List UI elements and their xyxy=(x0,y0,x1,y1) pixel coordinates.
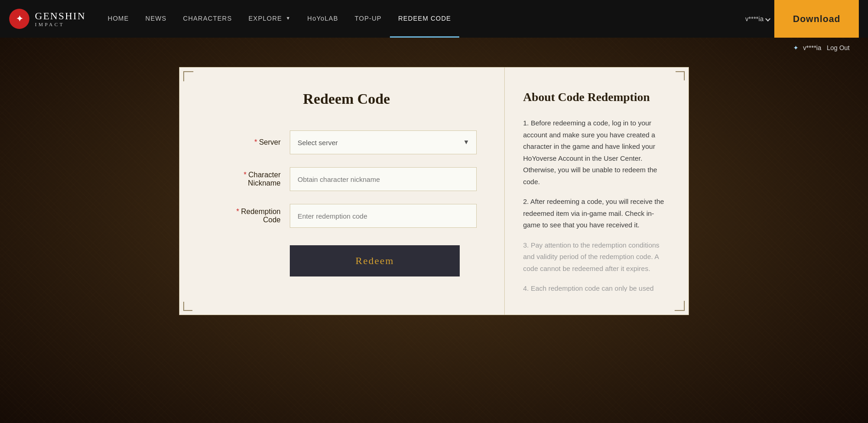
navbar: ✦ Genshin IMPACT HOME NEWS CHARACTERS EX… xyxy=(0,0,868,38)
server-select-wrapper: Select server America Europe Asia TW/HK/… xyxy=(290,130,477,154)
nav-home[interactable]: HOME xyxy=(100,0,137,38)
info-title: About Code Redemption xyxy=(523,90,672,104)
info-paragraph-1: 1. Before redeeming a code, log in to yo… xyxy=(523,117,669,187)
nav-news[interactable]: NEWS xyxy=(137,0,175,38)
user-logout-bar: ✦ v****ia Log Out xyxy=(0,38,868,58)
character-required-star: * xyxy=(244,171,247,179)
character-nickname-row: *CharacterNickname xyxy=(216,167,477,191)
user-name-display: v****ia xyxy=(745,15,764,23)
redeem-button[interactable]: Redeem xyxy=(290,245,460,276)
sparkle-icon: ✦ xyxy=(793,44,799,51)
character-nickname-input[interactable] xyxy=(290,167,477,191)
download-button[interactable]: Download xyxy=(774,0,859,38)
redemption-required-star: * xyxy=(236,208,239,215)
logo-icon: ✦ xyxy=(9,9,29,29)
redemption-code-input[interactable] xyxy=(290,204,477,228)
server-select[interactable]: Select server America Europe Asia TW/HK/… xyxy=(290,130,477,154)
server-required-star: * xyxy=(254,138,257,146)
user-menu-chevron-icon xyxy=(766,16,771,21)
redemption-code-label: *RedemptionCode xyxy=(216,208,281,224)
info-paragraph-2: 2. After redeeming a code, you will rece… xyxy=(523,196,669,231)
logo-area[interactable]: ✦ Genshin IMPACT xyxy=(9,9,86,29)
nav-redeem-code[interactable]: REDEEM CODE xyxy=(390,0,459,38)
corner-decoration-tr xyxy=(676,71,685,80)
nav-right: v****ia Download xyxy=(745,0,859,38)
explore-dropdown-icon: ▼ xyxy=(286,16,291,21)
form-title: Redeem Code xyxy=(216,90,477,107)
redeem-panel: Redeem Code *Server Select server Americ… xyxy=(179,67,689,315)
server-row: *Server Select server America Europe Asi… xyxy=(216,130,477,154)
logout-link[interactable]: Log Out xyxy=(827,44,850,51)
redeem-button-row: Redeem xyxy=(216,241,477,276)
info-paragraph-3: 3. Pay attention to the redemption condi… xyxy=(523,239,669,275)
character-nickname-label: *CharacterNickname xyxy=(216,171,281,187)
redemption-code-row: *RedemptionCode xyxy=(216,204,477,228)
form-section: Redeem Code *Server Select server Americ… xyxy=(180,68,505,315)
main-area: Redeem Code *Server Select server Americ… xyxy=(0,58,868,324)
info-paragraph-4: 4. Each redemption code can only be used… xyxy=(523,282,669,292)
logo-text: Genshin IMPACT xyxy=(35,11,86,27)
info-scroll-area[interactable]: 1. Before redeeming a code, log in to yo… xyxy=(523,117,672,292)
nav-hoyolab[interactable]: HoYoLAB xyxy=(299,0,346,38)
user-menu[interactable]: v****ia xyxy=(745,15,770,23)
info-section: About Code Redemption 1. Before redeemin… xyxy=(505,68,688,315)
nav-characters[interactable]: CHARACTERS xyxy=(175,0,240,38)
info-text: 1. Before redeeming a code, log in to yo… xyxy=(523,117,669,292)
logo-main: Genshin IMPACT xyxy=(35,11,86,27)
nav-explore[interactable]: EXPLORE ▼ xyxy=(240,0,299,38)
server-label: *Server xyxy=(216,138,281,147)
nav-topup[interactable]: TOP-UP xyxy=(346,0,390,38)
nav-links: HOME NEWS CHARACTERS EXPLORE ▼ HoYoLAB T… xyxy=(100,0,745,38)
logout-username: v****ia xyxy=(803,44,822,51)
corner-decoration-bl xyxy=(183,302,192,311)
